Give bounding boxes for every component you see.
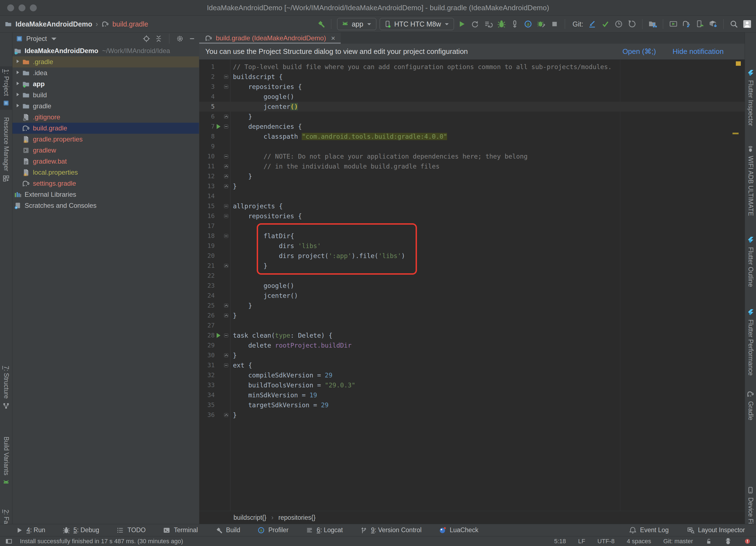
- tree-row-scratches-and-consoles[interactable]: Scratches and Consoles: [12, 200, 199, 211]
- tree-row-build[interactable]: build: [12, 90, 199, 101]
- toolwindow-button-terminal[interactable]: Terminal: [163, 526, 198, 534]
- device-manager-icon[interactable]: [695, 20, 704, 28]
- stripe-item-gradle[interactable]: Gradle: [745, 387, 756, 423]
- toolwindow-button-debug[interactable]: 5: Debug: [62, 526, 99, 534]
- gear-icon[interactable]: [176, 35, 184, 43]
- git-branch[interactable]: Git: master: [663, 538, 693, 545]
- fold-end-icon[interactable]: [224, 413, 228, 417]
- toolwindow-button-luacheck[interactable]: LuaCheck: [439, 526, 479, 534]
- fold-end-icon[interactable]: [224, 164, 228, 168]
- fold-end-icon[interactable]: [224, 174, 228, 178]
- lock-open-icon[interactable]: [705, 538, 712, 545]
- fold-collapse-icon[interactable]: [224, 234, 228, 238]
- stripe-item-project[interactable]: 1: Project: [0, 66, 12, 110]
- toolwindow-button-layout-inspector[interactable]: Layout Inspector: [687, 526, 745, 534]
- expand-arrow-icon[interactable]: [14, 92, 22, 98]
- run-line-icon[interactable]: [217, 333, 221, 338]
- debug-icon[interactable]: [497, 20, 506, 28]
- expand-arrow-icon[interactable]: [14, 70, 22, 76]
- attach-debugger-icon[interactable]: [510, 20, 519, 28]
- stripe-item-structure[interactable]: 7: Structure: [0, 363, 12, 413]
- fold-collapse-icon[interactable]: [224, 204, 228, 208]
- tree-row-gradle-properties[interactable]: gradle.properties: [12, 134, 199, 145]
- line-separator[interactable]: LF: [578, 538, 585, 545]
- hector-icon[interactable]: [725, 538, 732, 545]
- toolwindow-button-version-control[interactable]: 9: Version Control: [360, 526, 422, 534]
- run-icon[interactable]: [457, 20, 466, 28]
- tree-row-gradlew-bat[interactable]: gradlew.bat: [12, 156, 199, 167]
- fold-collapse-icon[interactable]: [224, 363, 228, 367]
- expand-arrow-icon[interactable]: [14, 103, 22, 109]
- stripe-item-flutter-outline[interactable]: Flutter Outline: [745, 233, 756, 290]
- fold-collapse-icon[interactable]: [224, 214, 228, 218]
- error-stripe-mark[interactable]: [733, 133, 739, 134]
- run-configuration-select[interactable]: app: [337, 18, 376, 30]
- toolwindow-button-profiler[interactable]: aProfiler: [257, 526, 288, 534]
- file-encoding[interactable]: UTF-8: [597, 538, 615, 545]
- fold-end-icon[interactable]: [224, 353, 228, 357]
- toolwindow-button-todo[interactable]: TODO: [116, 526, 146, 534]
- avatar-icon[interactable]: [743, 20, 752, 28]
- close-tab-icon[interactable]: ×: [331, 34, 335, 43]
- fold-end-icon[interactable]: [224, 115, 228, 119]
- expand-arrow-icon[interactable]: [14, 59, 22, 65]
- stripe-item-wifi-adb-ultimate[interactable]: WIFI ADB ULTIMATE: [745, 142, 756, 219]
- tree-row-gradle[interactable]: gradle: [12, 101, 199, 112]
- tree-row-project-root[interactable]: IdeaMakeAndroidDemo~/Work/IMAndroid/Idea: [12, 45, 199, 56]
- stripe-item-flutter-inspector[interactable]: Flutter Inspector: [745, 66, 756, 129]
- vcs-rollback-icon[interactable]: [628, 20, 636, 28]
- fold-collapse-icon[interactable]: [224, 125, 228, 128]
- toolwindow-button-logcat[interactable]: 6: Logcat: [306, 526, 343, 534]
- fold-end-icon[interactable]: [224, 304, 228, 308]
- minus-icon[interactable]: [188, 35, 196, 43]
- fold-end-icon[interactable]: [224, 264, 228, 268]
- tree-row--idea[interactable]: .idea: [12, 67, 199, 78]
- vcs-history-icon[interactable]: [614, 20, 623, 28]
- toolwindow-button-build[interactable]: Build: [215, 526, 240, 534]
- fold-end-icon[interactable]: [224, 314, 228, 317]
- expand-arrow-icon[interactable]: [14, 81, 22, 87]
- code-editor[interactable]: 1// Top-level build file where you can a…: [199, 60, 745, 511]
- tree-row-local-properties[interactable]: local.properties: [12, 167, 199, 178]
- vcs-update-icon[interactable]: [588, 20, 597, 28]
- breadcrumb-item[interactable]: repositories{}: [279, 514, 316, 521]
- fold-end-icon[interactable]: [224, 184, 228, 188]
- breadcrumb-project[interactable]: IdeaMakeAndroidDemo: [15, 20, 92, 28]
- tree-row--gitignore[interactable]: .gitignore: [12, 112, 199, 123]
- stripe-item-resource-manager[interactable]: Resource Manager: [0, 114, 12, 185]
- editor-tab-build-gradle[interactable]: build.gradle (IdeaMakeAndroidDemo) ×: [199, 33, 341, 44]
- locate-icon[interactable]: [142, 35, 151, 43]
- tree-row-external-libraries[interactable]: External Libraries: [12, 189, 199, 200]
- fold-collapse-icon[interactable]: [224, 75, 228, 79]
- vcs-commit-icon[interactable]: [601, 20, 610, 28]
- search-icon[interactable]: [729, 20, 738, 28]
- toolwindow-button-event-log[interactable]: Event Log: [629, 526, 669, 534]
- run-line-icon[interactable]: [217, 124, 221, 129]
- fold-collapse-icon[interactable]: [224, 334, 228, 337]
- tree-row-app[interactable]: app: [12, 78, 199, 90]
- avd-manager-icon[interactable]: [669, 20, 678, 28]
- tree-row-build-gradle[interactable]: build.gradle: [12, 123, 199, 134]
- restart-icon[interactable]: [471, 20, 479, 28]
- indent-setting[interactable]: 4 spaces: [627, 538, 651, 545]
- breadcrumb-file[interactable]: build.gradle: [112, 20, 148, 28]
- rerun-debug-icon[interactable]: [537, 20, 546, 28]
- breadcrumb-item[interactable]: buildscript{}: [233, 514, 266, 521]
- collapse-icon[interactable]: [154, 35, 163, 43]
- project-view-selector[interactable]: Project: [26, 35, 47, 43]
- error-badge-icon[interactable]: [744, 538, 751, 545]
- caret-position[interactable]: 5:18: [554, 538, 566, 545]
- fold-collapse-icon[interactable]: [224, 85, 228, 89]
- fold-collapse-icon[interactable]: [224, 154, 228, 158]
- device-select[interactable]: HTC HTC M8w: [380, 18, 454, 30]
- tree-row-gradlew[interactable]: gradlew: [12, 145, 199, 156]
- tree-row-settings-gradle[interactable]: settings.gradle: [12, 178, 199, 189]
- gradle-sync-icon[interactable]: [682, 20, 691, 28]
- sdk-manager-icon[interactable]: [709, 20, 718, 28]
- toolwindow-button-run[interactable]: 4: Run: [15, 526, 45, 534]
- stripe-item-build-variants[interactable]: Build Variants: [0, 434, 12, 489]
- project-structure-icon[interactable]: [648, 20, 657, 28]
- window-toggle-icon[interactable]: [5, 537, 13, 545]
- profiler-icon[interactable]: a: [524, 20, 532, 28]
- stripe-item-flutter-performance[interactable]: Flutter Performance: [745, 306, 756, 378]
